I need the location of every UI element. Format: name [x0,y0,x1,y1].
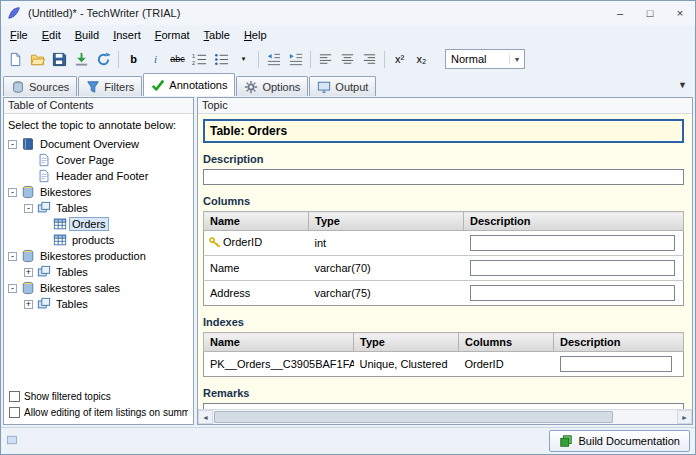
topic-tree: -Document OverviewCover PageHeader and F… [4,134,193,387]
indent-icon[interactable] [285,49,306,70]
column-description-input[interactable] [470,235,675,251]
description-section-label: Description [203,153,684,165]
menu-insert[interactable]: Insert [106,26,148,44]
tab-label: Annotations [169,79,227,91]
minimize-button[interactable]: – [605,1,635,25]
build-button-label: Build Documentation [578,435,680,447]
italic-icon[interactable]: i [145,49,166,70]
indexes-row: PK__Orders__C3905BAF1FA11382Unique, Clus… [204,352,684,377]
style-dropdown-arrow[interactable]: ▾ [509,55,524,64]
align-right-icon[interactable] [359,49,380,70]
column-description-input[interactable] [470,260,675,276]
column-type-cell: varchar(70) [309,256,464,281]
outdent-icon[interactable] [263,49,284,70]
tree-item-bikestores-sales[interactable]: -Bikestores sales [4,280,193,296]
new-icon[interactable] [5,49,26,70]
index-columns-cell: OrderID [459,352,554,377]
build-documentation-button[interactable]: Build Documentation [549,430,690,452]
menu-build[interactable]: Build [68,26,106,44]
collapse-toggle[interactable]: - [8,188,17,197]
tree-item-tables[interactable]: +Tables [4,264,193,280]
page-icon [37,153,51,167]
save-icon[interactable] [49,49,70,70]
columns-row-address: Addressvarchar(75) [204,281,684,306]
collapse-toggle[interactable]: - [8,140,17,149]
tree-item-bikestores[interactable]: -Bikestores [4,184,193,200]
toc-footer: Show filtered topicsAllow editing of ite… [4,387,193,424]
align-center-icon[interactable] [337,49,358,70]
build-export-icon[interactable] [71,49,92,70]
scroll-right-arrow[interactable]: ► [677,410,692,424]
menu-help[interactable]: Help [237,26,274,44]
strikethrough-icon[interactable]: abc [167,49,188,70]
tab-output[interactable]: Output [309,76,376,96]
checkbox-show-filtered-topics[interactable]: Show filtered topics [9,391,188,402]
tree-item-cover-page[interactable]: Cover Page [4,152,193,168]
column-description-input[interactable] [470,285,675,301]
description-input[interactable] [203,169,684,185]
collapse-toggle[interactable]: - [24,204,33,213]
index-description-input[interactable] [560,356,672,372]
indexes-section-label: Indexes [203,316,684,328]
paragraph-style-select[interactable]: Normal▾ [445,49,525,69]
indexes-header-name: Name [204,333,354,352]
columns-header-type: Type [309,212,464,231]
expand-toggle[interactable]: + [24,300,33,309]
primary-key-icon [208,236,221,251]
tab-annotations[interactable]: Annotations [143,73,235,96]
checkbox-box[interactable] [9,407,20,418]
tree-item-label: Cover Page [54,154,116,166]
open-icon[interactable] [27,49,48,70]
column-name: Address [210,287,250,299]
tree-item-tables[interactable]: +Tables [4,296,193,312]
checkbox-box[interactable] [9,391,20,402]
scroll-left-arrow[interactable]: ◄ [198,410,213,424]
checkbox-label: Show filtered topics [24,391,111,402]
tree-item-orders[interactable]: Orders [4,216,193,232]
menu-edit[interactable]: Edit [35,26,68,44]
checkbox-allow-editing-of-item-listings-on-summary-pages[interactable]: Allow editing of item listings on summar… [9,407,188,418]
tab-options[interactable]: Options [236,76,308,96]
collapse-toggle[interactable]: - [8,284,17,293]
maximize-button[interactable]: □ [635,1,665,25]
menu-table[interactable]: Table [197,26,237,44]
scrollbar-thumb[interactable] [214,411,613,423]
tab-filters[interactable]: Filters [78,76,142,96]
horizontal-scrollbar[interactable]: ◄ ► [198,409,692,424]
page-icon [37,169,51,183]
bullet-list-icon[interactable] [211,49,232,70]
bold-icon[interactable]: b [123,49,144,70]
expand-toggle[interactable]: + [24,268,33,277]
toolbar-separator [118,51,119,68]
svg-text:2: 2 [192,60,195,66]
tab-sources[interactable]: Sources [3,76,77,96]
align-left-icon[interactable] [315,49,336,70]
scrollbar-track[interactable] [213,410,677,424]
tab-label: Sources [29,81,69,93]
superscript-icon[interactable]: x² [389,49,410,70]
menu-file[interactable]: File [3,26,35,44]
options-icon [244,80,258,94]
menu-format[interactable]: Format [148,26,197,44]
tree-item-bikestores-production[interactable]: -Bikestores production [4,248,193,264]
toolbar-separator [310,51,311,68]
subscript-icon[interactable]: x₂ [411,49,432,70]
tree-item-label: Header and Footer [54,170,150,182]
column-name-cell: Name [204,256,309,281]
close-button[interactable]: × [665,1,695,25]
tree-item-products[interactable]: products [4,232,193,248]
table-icon [53,217,67,231]
topic-title: Table: Orders [203,119,684,143]
numbered-list-icon[interactable]: 12 [189,49,210,70]
collapse-toggle[interactable]: - [8,252,17,261]
tree-item-document-overview[interactable]: -Document Overview [4,136,193,152]
list-style-arrow-icon[interactable]: ▾ [233,49,254,70]
index-type-cell: Unique, Clustered [354,352,459,377]
refresh-icon[interactable] [93,49,114,70]
main-area: Table of Contents Select the topic to an… [1,96,695,427]
column-name-cell: Address [204,281,309,306]
tab-overflow-arrow[interactable]: ▼ [678,80,687,90]
tree-item-tables[interactable]: -Tables [4,200,193,216]
tree-item-header-and-footer[interactable]: Header and Footer [4,168,193,184]
column-type-cell: int [309,231,464,256]
